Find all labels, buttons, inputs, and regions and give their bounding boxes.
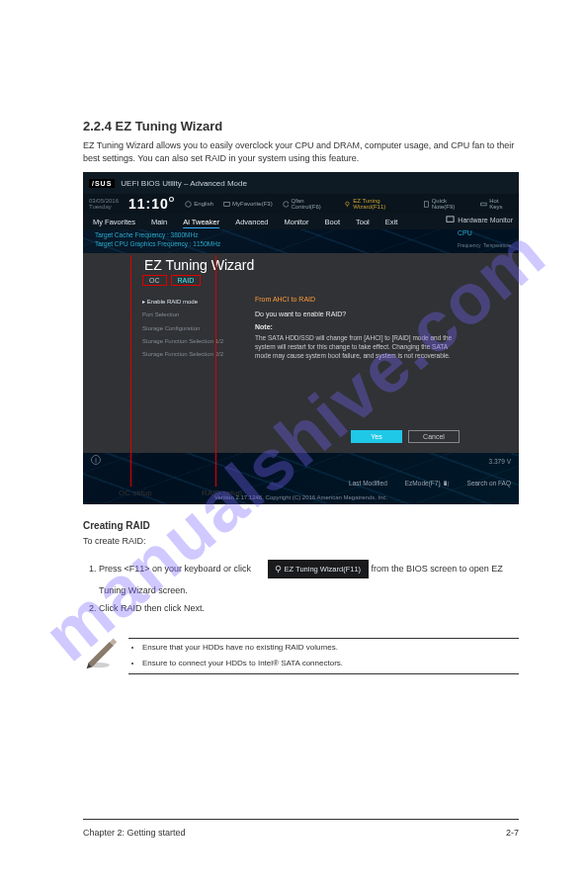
wizard-step-storage-config[interactable]: Storage Configuration [142, 322, 241, 335]
callout-oc-label: OC setup [119, 488, 152, 497]
lang-link[interactable]: English [185, 201, 213, 208]
wizard-step-func2[interactable]: Storage Function Selection 2/2 [142, 348, 241, 361]
creating-raid-intro: To create RAID: [83, 535, 519, 548]
wizard-tab-raid[interactable]: RAID [171, 275, 202, 286]
wizard-note-label: Note: [255, 323, 460, 330]
svg-rect-1 [224, 202, 230, 206]
bios-date: 03/05/2016Tuesday [89, 198, 119, 210]
wizard-title: EZ Tuning Wizard [144, 257, 460, 273]
bios-time: 11:10O [128, 196, 175, 212]
target-cache-freq: Target Cache Frequency : 3800MHz [95, 231, 507, 238]
qnote-link[interactable]: Quick Note(F9) [423, 198, 471, 210]
last-modified-link[interactable]: Last Modified [349, 480, 387, 487]
qfan-link[interactable]: Qfan Control(F6) [283, 198, 335, 210]
tab-aitweaker[interactable]: Ai Tweaker [183, 218, 219, 226]
note-item-2: Ensure to connect your HDDs to Intel® SA… [142, 658, 519, 669]
callout-raid-label: RAID setup [202, 488, 242, 497]
step-1: Press <F11> on your keyboard or click EZ… [99, 556, 519, 598]
section-desc: EZ Tuning Wizard allows you to easily ov… [83, 139, 519, 164]
myfav-link[interactable]: MyFavorite(F3) [223, 201, 273, 208]
wizard-question: Do you want to enable RAID? [255, 310, 460, 317]
wizard-step-enable-raid[interactable]: ▸ Enable RAID mode [142, 296, 241, 309]
ezwiz-link[interactable]: EZ Tuning Wizard(F11) [344, 198, 412, 210]
wizard-step-func1[interactable]: Storage Function Selection 1/2 [142, 335, 241, 348]
asus-logo: /SUS [89, 179, 115, 188]
wizard-step-port[interactable]: Port Selection [142, 309, 241, 321]
yes-button[interactable]: Yes [351, 430, 402, 443]
cpu-panel: CPU FrequencyTemperature [458, 229, 511, 248]
cancel-button[interactable]: Cancel [408, 430, 460, 443]
raid-steps-list: Press <F11> on your keyboard or click EZ… [99, 556, 519, 615]
svg-point-7 [276, 567, 281, 572]
step-2: Click RAID then click Next. [99, 602, 519, 616]
bios-utility-title: UEFI BIOS Utility – Advanced Mode [121, 179, 247, 188]
pencil-icon [83, 635, 119, 674]
svg-rect-6 [447, 217, 454, 222]
hotkeys-link[interactable]: Hot Keys [480, 198, 513, 210]
target-gpu-freq: Target CPU Graphics Frequency : 1150MHz [95, 240, 507, 247]
section-title: 2.2.4 EZ Tuning Wizard [83, 119, 519, 133]
ez-tuning-button-inline: EZ Tuning Wizard(F11) [268, 560, 370, 578]
wizard-tab-oc[interactable]: OC [142, 275, 167, 286]
voltage-readout: 3.379 V [489, 458, 511, 465]
svg-point-0 [186, 201, 192, 207]
wizard-steps-list: ▸ Enable RAID mode Port Selection Storag… [142, 296, 241, 361]
note-block: Ensure that your HDDs have no existing R… [83, 635, 519, 677]
ezmode-link[interactable]: EzMode(F7) �ⳇ [405, 480, 450, 487]
tab-myfavorites[interactable]: My Favorites [93, 218, 135, 226]
search-faq-link[interactable]: Search on FAQ [467, 480, 511, 487]
note-item-1: Ensure that your HDDs have no existing R… [142, 642, 519, 654]
hardware-monitor-link[interactable]: Hardware Monitor [446, 216, 513, 224]
tab-exit[interactable]: Exit [385, 218, 398, 226]
svg-rect-4 [424, 201, 428, 206]
wizard-heading: From AHCI to RAID [255, 296, 460, 303]
tab-main[interactable]: Main [151, 218, 167, 226]
tab-tool[interactable]: Tool [356, 218, 370, 226]
creating-raid-title: Creating RAID [83, 520, 519, 531]
tab-advanced[interactable]: Advanced [235, 218, 268, 226]
svg-rect-5 [481, 203, 486, 206]
svg-point-2 [346, 202, 349, 205]
ez-tuning-wizard-dialog: EZ Tuning Wizard OC RAID ▸ Enable RAID m… [83, 253, 519, 453]
tab-boot[interactable]: Boot [325, 218, 340, 226]
chapter-label: Chapter 2: Getting started [83, 828, 186, 838]
tab-monitor[interactable]: Monitor [285, 218, 309, 226]
wizard-note-text: The SATA HDD/SSD will change from [AHCI]… [255, 333, 460, 360]
bios-screenshot: /SUS UEFI BIOS Utility – Advanced Mode 0… [83, 172, 519, 504]
page-number: 2-7 [506, 828, 519, 838]
